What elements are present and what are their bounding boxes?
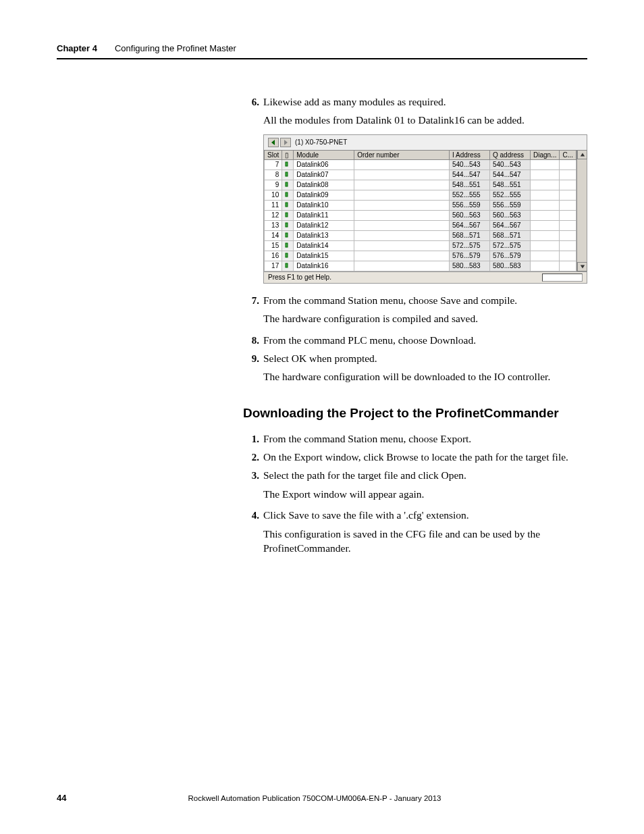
next-button[interactable] xyxy=(280,138,291,147)
table-row[interactable]: 10Datalink09552...555552...555 xyxy=(265,190,576,200)
cell-order-number xyxy=(354,210,450,220)
table-row[interactable]: 8Datalink07544...547544...547 xyxy=(265,170,576,180)
cell-diagn xyxy=(530,190,559,200)
cell-c xyxy=(560,220,576,230)
step-text: Select OK when prompted. xyxy=(263,351,377,365)
step-export-3-sub: The Export window will appear again. xyxy=(263,487,587,501)
cell-module: Datalink15 xyxy=(294,251,354,261)
cell-order-number xyxy=(354,220,450,230)
cell-module: Datalink12 xyxy=(294,220,354,230)
cell-module: Datalink13 xyxy=(294,230,354,240)
cell-c xyxy=(560,251,576,261)
cell-diagn xyxy=(530,200,559,210)
step-7-sub: The hardware configuration is compiled a… xyxy=(263,311,587,325)
step-text: Likewise add as many modules as required… xyxy=(263,95,446,109)
table-row[interactable]: 11Datalink10556...559556...559 xyxy=(265,200,576,210)
step-text: From the command PLC menu, choose Downlo… xyxy=(263,333,476,347)
cell-slot: 16 xyxy=(265,251,282,261)
scroll-down-button[interactable] xyxy=(577,262,587,271)
section-heading-download: Downloading the Project to the ProfinetC… xyxy=(243,406,587,421)
status-box xyxy=(542,273,583,282)
cell-q-address: 576...579 xyxy=(489,251,530,261)
table-row[interactable]: 7Datalink06540...543540...543 xyxy=(265,159,576,170)
cell-order-number xyxy=(354,190,450,200)
cell-i-address: 576...579 xyxy=(449,251,489,261)
table-row[interactable]: 13Datalink12564...567564...567 xyxy=(265,220,576,230)
step-7: 7. From the command Station menu, choose… xyxy=(243,293,587,307)
cell-diagn xyxy=(530,230,559,240)
cell-i-address: 548...551 xyxy=(449,180,489,190)
cell-module: Datalink14 xyxy=(294,240,354,251)
th-c[interactable]: C... xyxy=(560,150,576,159)
cell-order-number xyxy=(354,240,450,251)
cell-c xyxy=(560,190,576,200)
cell-icon xyxy=(282,190,294,200)
cell-slot: 14 xyxy=(265,230,282,240)
cell-q-address: 544...547 xyxy=(489,170,530,180)
cell-diagn xyxy=(530,261,559,271)
th-diagn[interactable]: Diagn... xyxy=(530,150,559,159)
table-row[interactable]: 14Datalink13568...571568...571 xyxy=(265,230,576,240)
step-text: From the command Station menu, choose Sa… xyxy=(263,293,517,307)
step-export-4: 4. Click Save to save the file with a '.… xyxy=(243,508,587,522)
table-row[interactable]: 17Datalink16580...583580...583 xyxy=(265,261,576,271)
svg-rect-0 xyxy=(286,162,288,166)
cell-slot: 15 xyxy=(265,240,282,251)
chapter-label: Chapter 4 xyxy=(57,43,97,53)
step-text: Click Save to save the file with a '.cfg… xyxy=(263,508,469,522)
cell-slot: 9 xyxy=(265,180,282,190)
th-slot[interactable]: Slot xyxy=(265,150,282,159)
step-text: On the Export window, click Browse to lo… xyxy=(263,450,568,464)
step-number: 3. xyxy=(243,470,259,481)
page-number: 44 xyxy=(57,793,66,803)
cell-order-number xyxy=(354,180,450,190)
th-i-address[interactable]: I Address xyxy=(449,150,489,159)
cell-module: Datalink08 xyxy=(294,180,354,190)
cell-module: Datalink06 xyxy=(294,159,354,170)
cell-diagn xyxy=(530,180,559,190)
cell-c xyxy=(560,210,576,220)
cell-diagn xyxy=(530,210,559,220)
cell-q-address: 548...551 xyxy=(489,180,530,190)
publication-info: Rockwell Automation Publication 750COM-U… xyxy=(188,794,441,802)
table-row[interactable]: 9Datalink08548...551548...551 xyxy=(265,180,576,190)
cell-i-address: 560...563 xyxy=(449,210,489,220)
cell-diagn xyxy=(530,170,559,180)
cell-icon xyxy=(282,200,294,210)
step-export-3: 3. Select the path for the target file a… xyxy=(243,468,587,482)
th-q-address[interactable]: Q address xyxy=(489,150,530,159)
step-6: 6. Likewise add as many modules as requi… xyxy=(243,95,587,109)
module-table: Slot ▯ Module Order number I Address Q a… xyxy=(264,150,576,271)
vertical-scrollbar[interactable] xyxy=(576,150,587,271)
cell-module: Datalink10 xyxy=(294,200,354,210)
cell-diagn xyxy=(530,220,559,230)
table-row[interactable]: 15Datalink14572...575572...575 xyxy=(265,240,576,251)
cell-order-number xyxy=(354,200,450,210)
step-text: From the command Station menu, choose Ex… xyxy=(263,432,471,446)
status-bar: Press F1 to get Help. xyxy=(264,271,587,283)
cell-slot: 13 xyxy=(265,220,282,230)
step-number: 8. xyxy=(243,335,259,346)
cell-slot: 17 xyxy=(265,261,282,271)
scroll-up-button[interactable] xyxy=(577,150,587,159)
th-order-number[interactable]: Order number xyxy=(354,150,450,159)
cell-q-address: 580...583 xyxy=(489,261,530,271)
svg-rect-2 xyxy=(286,182,288,186)
cell-i-address: 568...571 xyxy=(449,230,489,240)
table-header-row: Slot ▯ Module Order number I Address Q a… xyxy=(265,150,576,159)
step-number: 7. xyxy=(243,295,259,307)
table-row[interactable]: 16Datalink15576...579576...579 xyxy=(265,251,576,261)
cell-order-number xyxy=(354,230,450,240)
th-icon[interactable]: ▯ xyxy=(282,150,294,159)
th-module[interactable]: Module xyxy=(294,150,354,159)
table-row[interactable]: 12Datalink11560...563560...563 xyxy=(265,210,576,220)
cell-q-address: 556...559 xyxy=(489,200,530,210)
cell-diagn xyxy=(530,251,559,261)
cell-order-number xyxy=(354,170,450,180)
cell-q-address: 552...555 xyxy=(489,190,530,200)
cell-c xyxy=(560,200,576,210)
cell-slot: 10 xyxy=(265,190,282,200)
cell-icon xyxy=(282,170,294,180)
cell-q-address: 572...575 xyxy=(489,240,530,251)
prev-button[interactable] xyxy=(268,138,279,147)
